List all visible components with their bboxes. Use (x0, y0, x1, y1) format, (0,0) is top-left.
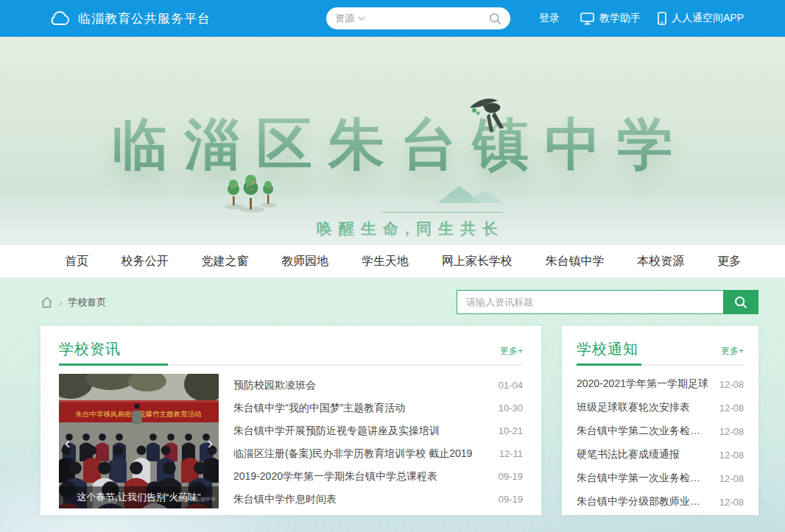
notice-more-link[interactable]: 更多+ (721, 345, 744, 359)
school-news-panel: 学校资讯 更多+ 朱台中学移风易俗 (41, 326, 541, 515)
news-item-title: 朱台镇中学“我的中国梦”主题教育活动 (233, 402, 405, 415)
notice-item-date: 12-08 (719, 450, 744, 461)
news-search-bar (457, 290, 758, 314)
news-item[interactable]: 预防校园欺凌班会 01-04 (233, 374, 523, 397)
news-item-title: 朱台镇中学作息时间表 (233, 493, 337, 506)
notice-item[interactable]: 硬笔书法比赛成绩通报 12-08 (577, 443, 744, 467)
slogan-line-top (382, 212, 504, 213)
news-list: 预防校园欺凌班会 01-04 朱台镇中学“我的中国梦”主题教育活动 10-30 … (233, 374, 523, 511)
nav-school-affairs[interactable]: 校务公开 (122, 254, 169, 269)
hero-slogan: 唤醒生命,同生共长 (310, 212, 504, 245)
notice-item-title: 朱台镇中学分级部教师业务展 (577, 495, 711, 508)
news-item[interactable]: 2019-2020学年第一学期朱台镇中学总课程表 09-19 (233, 465, 523, 488)
news-item-title: 朱台镇中学开展预防近视专题讲座及实操培训 (233, 425, 440, 438)
swallow-icon (465, 96, 511, 137)
nav-student-world[interactable]: 学生天地 (362, 254, 409, 269)
trees-illustration (223, 171, 278, 216)
notice-item[interactable]: 朱台镇中学第二次业务检查的 12-08 (577, 419, 744, 443)
news-item-title: 临淄区注册(备案)民办非学历教育培训学校 截止2019 (233, 447, 472, 461)
school-notice-panel: 学校通知 更多+ 2020-2021学年第一学期足球 12-08 班级足球联赛轮… (562, 326, 758, 515)
hero-banner: 临淄区朱台镇中学 (0, 37, 785, 245)
nav-parent-school[interactable]: 网上家长学校 (442, 254, 513, 269)
notice-item-date: 12-08 (719, 402, 744, 414)
top-search-input[interactable] (365, 13, 489, 24)
news-item[interactable]: 朱台镇中学作息时间表 09-19 (233, 488, 523, 511)
school-title: 临淄区朱台镇中学 (0, 107, 785, 183)
teaching-assistant-link[interactable]: 教学助手 (580, 0, 641, 37)
carousel-next-button[interactable]: › (208, 436, 213, 452)
nav-teacher-garden[interactable]: 教师园地 (281, 254, 328, 269)
news-item-date: 09-19 (499, 494, 523, 505)
nav-school-resources[interactable]: 本校资源 (637, 254, 684, 269)
notice-item-title: 朱台镇中学第一次业务检查的 (577, 472, 711, 485)
brand-label: 临淄教育公共服务平台 (78, 10, 211, 27)
notice-item[interactable]: 班级足球联赛轮次安排表 12-08 (577, 396, 744, 419)
notice-item[interactable]: 朱台镇中学分级部教师业务展 12-08 (577, 490, 744, 514)
news-item-title: 2019-2020学年第一学期朱台镇中学总课程表 (233, 470, 437, 483)
news-item-date: 12-11 (499, 448, 523, 459)
news-divider (59, 363, 523, 366)
search-scope-label: 资源 (335, 12, 354, 25)
nav-zhutai-school[interactable]: 朱台镇中学 (546, 254, 605, 269)
chevron-down-icon (358, 16, 365, 21)
notice-item[interactable]: 2020-2021学年第一学期足球 12-08 (577, 372, 744, 396)
notice-list: 2020-2021学年第一学期足球 12-08 班级足球联赛轮次安排表 12-0… (577, 372, 744, 514)
teaching-assistant-label: 教学助手 (599, 12, 641, 25)
notice-item-title: 硬笔书法比赛成绩通报 (577, 448, 680, 461)
platform-brand[interactable]: 临淄教育公共服务平台 (49, 0, 211, 37)
phone-icon (658, 12, 666, 25)
news-item[interactable]: 朱台镇中学“我的中国梦”主题教育活动 10-30 (233, 397, 523, 419)
notice-item-date: 12-08 (719, 379, 744, 390)
news-item-date: 10-21 (499, 425, 523, 436)
nav-more[interactable]: 更多 (717, 254, 741, 269)
breadcrumb-current[interactable]: 学校首页 (68, 296, 106, 309)
notice-item-title: 朱台镇中学第二次业务检查的 (577, 425, 711, 438)
news-panel-title: 学校资讯 (59, 339, 121, 359)
search-icon[interactable] (489, 13, 501, 25)
search-icon (734, 296, 747, 309)
news-carousel[interactable]: 朱台中学移风易俗烟花爆竹主题教育活动 (59, 374, 219, 508)
page: 临淄教育公共服务平台 资源 登录 教学助手 (0, 0, 785, 532)
news-search-button[interactable] (723, 290, 758, 314)
space-app-label: 人人通空间APP (672, 12, 744, 25)
news-item-title: 预防校园欺凌班会 (233, 379, 316, 392)
top-search: 资源 (326, 7, 510, 29)
notice-item-title: 2020-2021学年第一学期足球 (577, 377, 708, 391)
breadcrumb-separator: › (59, 297, 62, 308)
news-item[interactable]: 临淄区注册(备案)民办非学历教育培训学校 截止2019 12-11 (233, 442, 523, 465)
monitor-icon (580, 13, 594, 25)
notice-item-date: 12-08 (719, 473, 744, 484)
space-app-link[interactable]: 人人通空间APP (658, 0, 744, 37)
carousel-watermark: 临淄区朱台镇中学 (175, 496, 216, 503)
cloud-icon (49, 10, 71, 26)
notice-divider (577, 363, 744, 366)
mountains-illustration (436, 182, 504, 206)
carousel-prev-button[interactable]: ‹ (65, 436, 70, 452)
login-label: 登录 (539, 12, 560, 25)
news-item[interactable]: 朱台镇中学开展预防近视专题讲座及实操培训 10-21 (233, 419, 523, 442)
notice-item[interactable]: 朱台镇中学第一次业务检查的 12-08 (577, 467, 744, 490)
news-item-date: 09-19 (499, 471, 523, 482)
notice-panel-title: 学校通知 (577, 339, 638, 359)
news-search-input[interactable] (457, 290, 723, 314)
notice-item-date: 12-08 (719, 497, 744, 508)
notice-item-date: 12-08 (719, 426, 744, 437)
news-more-link[interactable]: 更多+ (500, 345, 523, 359)
news-item-date: 10-30 (499, 402, 523, 414)
notice-item-title: 班级足球联赛轮次安排表 (577, 401, 690, 414)
breadcrumb: › 学校首页 (41, 290, 106, 315)
nav-home[interactable]: 首页 (65, 254, 88, 269)
slogan-text: 唤醒生命,同生共长 (310, 219, 504, 239)
top-bar: 临淄教育公共服务平台 资源 登录 教学助手 (0, 0, 785, 37)
login-link[interactable]: 登录 (539, 0, 560, 37)
search-scope-dropdown[interactable]: 资源 (335, 12, 365, 25)
nav-party-building[interactable]: 党建之窗 (202, 254, 249, 269)
home-icon[interactable] (41, 297, 53, 308)
main-nav: 首页 校务公开 党建之窗 教师园地 学生天地 网上家长学校 朱台镇中学 本校资源… (0, 245, 785, 278)
news-item-date: 01-04 (499, 380, 523, 391)
